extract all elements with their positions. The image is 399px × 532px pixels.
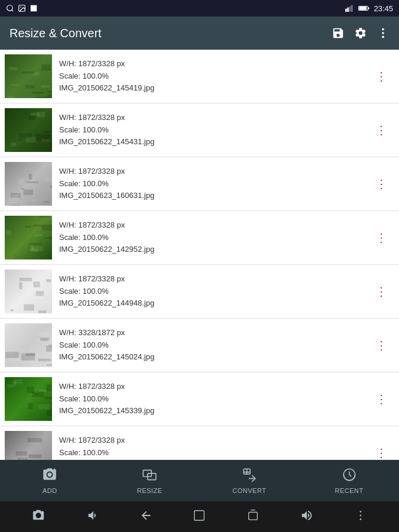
list-item: W/H: 3328/1872 pxScale: 100.0%IMG_201506… [0,319,399,372]
svg-rect-6 [348,8,349,12]
status-bar-right: 23:45 [345,4,393,13]
image-thumbnail [5,54,52,98]
item-scale: Scale: 100.0% [59,124,371,137]
svg-rect-8 [351,5,353,12]
svg-point-15 [48,473,52,477]
list-item: W/H: 1872/3328 pxScale: 100.0%IMG_201506… [0,103,399,157]
bottom-nav: + ADD RESIZE CONVERT [0,460,399,501]
item-dimensions: W/H: 1872/3328 px [59,219,371,232]
item-more-button[interactable]: ⋮ [371,387,392,411]
svg-rect-7 [349,7,351,12]
item-filename: IMG_20150622_144948.jpg [59,297,371,310]
save-button[interactable] [332,27,345,40]
item-more-button[interactable]: ⋮ [371,441,392,460]
item-more-button[interactable]: ⋮ [371,64,392,88]
item-filename: IMG_20150622_145431.jpg [59,136,371,148]
list-item: W/H: 1872/3328 pxScale: 100.0%IMG_201506… [0,50,399,103]
battery-icon [358,5,370,12]
svg-point-0 [7,5,12,11]
item-more-button[interactable]: ⋮ [371,172,392,196]
image-list: W/H: 1872/3328 pxScale: 100.0%IMG_201506… [0,50,399,460]
list-item-info: W/H: 1872/3328 pxScale: 100.0%IMG_201506… [59,381,371,417]
more-options-button[interactable] [377,27,390,40]
item-dimensions: W/H: 1872/3328 px [59,273,371,286]
item-filename: IMG_20150622_145339.jpg [59,405,371,417]
image-thumbnail [5,377,52,421]
item-scale: Scale: 100.0% [59,232,371,244]
svg-line-1 [12,10,14,12]
nav-recent-label: RECENT [335,487,364,494]
item-more-button[interactable]: ⋮ [371,226,392,249]
nav-resize-label: RESIZE [137,487,163,494]
item-filename: IMG_20150623_160631.jpg [59,190,371,202]
list-item: W/H: 1872/3328 pxScale: 100.0%IMG_201506… [0,372,399,426]
item-filename: IMG_20150622_145419.jpg [59,82,371,95]
item-scale: Scale: 100.0% [59,70,371,83]
item-scale: Scale: 100.0% [59,393,371,406]
svg-point-13 [382,32,384,34]
item-dimensions: W/H: 3328/1872 px [59,327,371,339]
item-dimensions: W/H: 1872/3328 px [59,166,371,178]
item-dimensions: W/H: 1872/3328 px [59,381,371,393]
search-status-icon [6,4,14,12]
svg-rect-23 [249,512,258,520]
back-icon[interactable] [135,504,157,530]
item-scale: Scale: 100.0% [59,447,371,459]
svg-point-12 [382,28,384,31]
image-thumbnail [5,162,52,206]
item-dimensions: W/H: 1872/3328 px [59,58,371,70]
square-status-icon [30,4,38,12]
item-more-button[interactable]: ⋮ [371,118,392,142]
home-icon[interactable] [188,504,210,530]
svg-point-24 [359,511,361,512]
app-title: Resize & Convert [9,27,332,40]
recents-icon[interactable] [242,504,264,530]
svg-rect-4 [31,5,37,12]
nav-item-add[interactable]: + ADD [0,462,100,499]
svg-rect-10 [359,7,367,10]
item-filename: IMG_20150622_105055.jpg [59,459,371,460]
list-item-info: W/H: 1872/3328 pxScale: 100.0%IMG_201506… [59,219,371,256]
volume-down-icon[interactable] [81,504,103,530]
android-menu-icon[interactable] [349,504,372,530]
signal-icon [345,4,355,12]
item-more-button[interactable]: ⋮ [371,333,392,357]
nav-add-label: ADD [43,487,57,494]
status-bar: 23:45 [0,0,399,17]
list-item: W/H: 1872/3328 pxScale: 100.0%IMG_201506… [0,157,399,211]
nav-item-recent[interactable]: RECENT [299,462,399,499]
item-more-button[interactable]: ⋮ [371,280,392,303]
image-thumbnail [5,108,52,152]
add-camera-icon: + [42,467,57,486]
status-bar-left [6,4,38,12]
convert-icon [242,467,257,486]
list-item-info: W/H: 1872/3328 pxScale: 100.0%IMG_201506… [59,273,371,310]
volume-up-icon[interactable] [296,504,318,530]
nav-convert-label: CONVERT [232,487,266,494]
item-scale: Scale: 100.0% [59,178,371,190]
svg-rect-22 [194,510,205,520]
list-item-info: W/H: 3328/1872 pxScale: 100.0%IMG_201506… [59,327,371,364]
image-thumbnail [5,270,52,313]
item-dimensions: W/H: 1872/3328 px [59,434,371,447]
nav-item-convert[interactable]: CONVERT [200,462,300,499]
svg-point-25 [359,514,361,516]
svg-rect-5 [345,9,347,12]
image-thumbnail [5,431,52,460]
resize-icon [142,467,157,486]
app-bar: Resize & Convert [0,17,399,50]
item-scale: Scale: 100.0% [59,339,371,352]
item-dimensions: W/H: 1872/3328 px [59,112,371,124]
item-scale: Scale: 100.0% [59,286,371,298]
time-display: 23:45 [374,4,393,13]
svg-point-26 [359,518,361,520]
svg-point-14 [382,36,384,38]
app-bar-actions [332,27,390,40]
list-item: W/H: 1872/3328 pxScale: 100.0%IMG_201506… [0,265,399,319]
list-item-info: W/H: 1872/3328 pxScale: 100.0%IMG_201506… [59,166,371,202]
settings-button[interactable] [354,27,367,40]
nav-item-resize[interactable]: RESIZE [100,462,200,499]
list-item-info: W/H: 1872/3328 pxScale: 100.0%IMG_201506… [59,434,371,460]
list-item: W/H: 1872/3328 pxScale: 100.0%IMG_201506… [0,426,399,460]
camera-android-icon[interactable] [27,504,50,530]
